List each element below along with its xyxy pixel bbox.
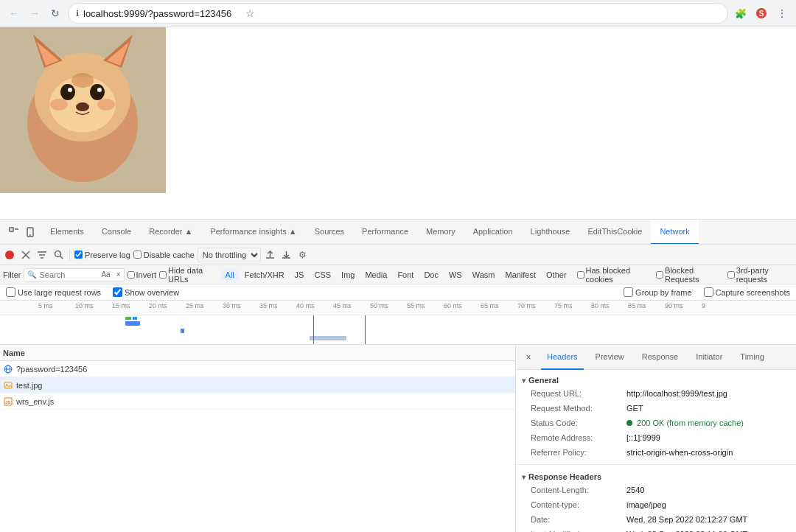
ruler-35ms: 35 ms [258,302,295,309]
tab-memory[interactable]: Memory [417,220,464,245]
search-button[interactable] [52,248,65,262]
throttle-select[interactable]: No throttling [198,248,261,262]
filter-input[interactable] [39,269,98,281]
svg-point-17 [71,73,94,88]
filter-media[interactable]: Media [360,268,391,281]
capture-screenshots-checkbox[interactable]: Capture screenshots [704,287,791,297]
tab-lighthouse[interactable]: Lighthouse [522,220,579,245]
extensions-button[interactable]: 🧩 [733,5,749,21]
filter-doc[interactable]: Doc [419,268,443,281]
hide-data-urls-checkbox[interactable]: Hide data URLs [159,266,218,284]
network-settings-button[interactable]: ⚙ [296,248,310,262]
blocked-requests-checkbox[interactable]: Blocked Requests [656,266,722,284]
status-badge: 200 OK (from memory cache) [626,416,744,430]
inspect-button[interactable] [6,224,22,240]
file-name-2: test.jpg [16,381,42,390]
third-party-checkbox[interactable]: 3rd-party requests [727,266,793,284]
details-close-button[interactable]: × [522,351,535,364]
profile-button[interactable]: S [753,5,769,21]
clear-button[interactable] [19,248,32,262]
device-button[interactable] [22,224,38,240]
forward-button[interactable]: → [27,5,43,21]
timeline-ruler: 5 ms 10 ms 15 ms 20 ms 25 ms 30 ms 35 ms… [0,301,796,315]
ruler-10ms: 10 ms [74,302,111,309]
ruler-15ms: 15 ms [111,302,147,309]
details-tab-response[interactable]: Response [636,345,685,370]
filter-ws[interactable]: WS [444,268,467,281]
table-row[interactable]: ?password=123456 [0,361,515,377]
network-toolbar: Preserve log Disable cache No throttling… [0,245,796,265]
filter-other[interactable]: Other [542,268,571,281]
use-large-rows-checkbox[interactable]: Use large request rows [6,287,101,297]
ruler-40ms: 40 ms [295,302,332,309]
last-modified-row: Last-Modified: Wed, 28 Sep 2022 02:11:06… [522,527,790,532]
bar-green [125,317,131,320]
filter-bar: Filter 🔍 Aa × Invert Hide data URLs All … [0,265,796,284]
tab-sources[interactable]: Sources [306,220,353,245]
section-divider-1 [516,464,796,465]
tab-editthiscookie[interactable]: EditThisCookie [579,220,651,245]
record-button[interactable] [3,248,16,262]
table-row-selected[interactable]: test.jpg [0,377,515,393]
filter-wasm[interactable]: Wasm [468,268,500,281]
tab-performance-insights[interactable]: Performance insights ▲ [201,220,305,245]
filter-toggle[interactable] [35,248,49,262]
back-button[interactable]: ← [6,5,22,21]
file-list: Name ?password=123456 test.jpg JS [0,345,516,532]
filter-extra-options: Has blocked cookies Blocked Requests 3rd… [577,266,793,284]
svg-point-27 [55,251,60,257]
svg-text:S: S [759,10,764,18]
reload-button[interactable]: ↻ [47,5,63,21]
filter-img[interactable]: Img [337,268,359,281]
details-tab-initiator[interactable]: Initiator [690,345,728,370]
invert-checkbox[interactable]: Invert [128,270,157,279]
lock-icon: ℹ [76,9,79,18]
status-dot [626,420,632,426]
general-section: General Request URL: http://localhost:99… [516,370,796,463]
import-har-button[interactable] [264,248,277,262]
ruler-50ms: 50 ms [369,302,405,309]
svg-point-13 [97,88,102,92]
svg-line-28 [60,256,63,259]
tab-application[interactable]: Application [464,220,522,245]
menu-button[interactable]: ⋮ [774,5,790,21]
filter-close-btn[interactable]: × [114,270,124,279]
date-row: Date: Wed, 28 Sep 2022 02:12:27 GMT [522,512,790,527]
details-tab-timing[interactable]: Timing [734,345,770,370]
devtools: Elements Console Recorder ▲ Performance … [0,219,796,532]
table-row-3[interactable]: JS wrs_env.js [0,393,515,410]
response-headers-header[interactable]: Response Headers [522,469,790,483]
tab-network[interactable]: Network [651,220,698,245]
timeline-area: 5 ms 10 ms 15 ms 20 ms 25 ms 30 ms 35 ms… [0,301,796,345]
tab-performance[interactable]: Performance [353,220,417,245]
filter-all[interactable]: All [221,268,239,281]
details-tab-preview[interactable]: Preview [590,345,630,370]
filter-regex-btn[interactable]: Aa [98,270,113,279]
filter-css[interactable]: CSS [310,268,335,281]
filter-label: Filter [3,270,21,279]
show-overview-checkbox[interactable]: Show overview [113,287,179,297]
referrer-policy-row: Referrer Policy: strict-origin-when-cros… [522,445,790,460]
svg-point-11 [90,84,105,100]
address-bar[interactable]: ℹ localhost:9999/?password=123456 ☆ [68,3,728,24]
ruler-45ms: 45 ms [332,302,369,309]
tab-elements[interactable]: Elements [41,220,93,245]
tab-recorder[interactable]: Recorder ▲ [140,220,201,245]
preserve-log-checkbox[interactable]: Preserve log [74,251,130,259]
group-by-frame-checkbox[interactable]: Group by frame [624,287,691,297]
filter-fetch-xhr[interactable]: Fetch/XHR [240,268,289,281]
tab-console[interactable]: Console [93,220,140,245]
filter-manifest[interactable]: Manifest [500,268,540,281]
file-name-1: ?password=123456 [16,365,87,374]
details-tab-headers[interactable]: Headers [541,345,584,370]
filter-js[interactable]: JS [290,268,309,281]
ruler-30ms: 30 ms [221,302,258,309]
disable-cache-checkbox[interactable]: Disable cache [133,251,195,259]
blocked-cookies-checkbox[interactable]: Has blocked cookies [577,266,650,284]
bookmark-button[interactable]: ☆ [242,5,258,21]
general-section-header[interactable]: General [522,373,790,386]
export-har-button[interactable] [280,248,293,262]
details-header: × Headers Preview Response Initiator Tim… [516,345,796,370]
search-left-icon: 🔍 [24,270,39,279]
filter-font[interactable]: Font [393,268,418,281]
